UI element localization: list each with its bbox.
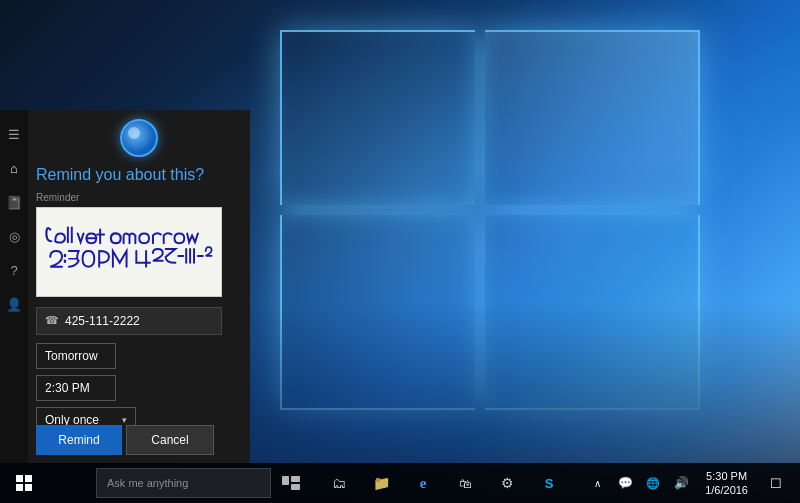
svg-rect-4 [25, 484, 32, 491]
reminder-label: Reminder [36, 192, 222, 203]
phone-number: 425-111-2222 [65, 314, 140, 328]
date-field[interactable]: Tomorrow [36, 343, 116, 369]
home-icon[interactable]: ⌂ [0, 152, 28, 184]
notebook-icon[interactable]: 📓 [0, 186, 28, 218]
task-view-button[interactable] [271, 463, 311, 503]
svg-rect-6 [291, 476, 300, 482]
chevron-down-icon: ▾ [122, 415, 127, 425]
network-tray-icon[interactable]: 🌐 [641, 463, 665, 503]
system-clock[interactable]: 5:30 PM 1/6/2016 [697, 469, 756, 498]
svg-rect-3 [16, 484, 23, 491]
svg-rect-7 [291, 484, 300, 490]
task-manager-taskbar-icon[interactable]: 🗂 [319, 463, 359, 503]
cortana-header [0, 110, 250, 165]
location-icon[interactable]: ◎ [0, 220, 28, 252]
skype-taskbar-icon[interactable]: S [529, 463, 569, 503]
clock-time: 5:30 PM [706, 469, 747, 483]
cortana-sidebar: ☰ ⌂ 📓 ◎ ? 👤 [0, 110, 28, 463]
repeat-value: Only once [45, 413, 99, 425]
svg-rect-5 [282, 476, 289, 485]
time-value: 2:30 PM [45, 381, 90, 395]
svg-rect-2 [25, 475, 32, 482]
settings-taskbar-icon[interactable]: ⚙ [487, 463, 527, 503]
svg-rect-1 [16, 475, 23, 482]
comment-tray-icon[interactable]: 💬 [613, 463, 637, 503]
repeat-dropdown[interactable]: Only once ▾ [36, 407, 136, 425]
cortana-content: Remind you about this? Reminder [0, 165, 250, 425]
cancel-button[interactable]: Cancel [126, 425, 214, 455]
profile-icon[interactable]: 👤 [0, 288, 28, 320]
taskbar: Ask me anything 🗂 📁 e 🛍 ⚙ S ∧ 💬 🌐 🔊 5:30… [0, 463, 800, 503]
help-icon[interactable]: ? [0, 254, 28, 286]
note-image [36, 207, 222, 297]
win-pane-topleft [280, 30, 475, 205]
handwriting-svg [37, 208, 221, 296]
action-center-button[interactable]: ☐ [760, 463, 792, 503]
date-value: Tomorrow [45, 349, 98, 363]
win-pane-topright [485, 30, 700, 205]
start-button[interactable] [0, 463, 48, 503]
volume-tray-icon[interactable]: 🔊 [669, 463, 693, 503]
search-placeholder: Ask me anything [107, 477, 188, 489]
windows-logo-icon [16, 475, 32, 491]
store-taskbar-icon[interactable]: 🛍 [445, 463, 485, 503]
system-tray: ∧ 💬 🌐 🔊 5:30 PM 1/6/2016 ☐ [585, 463, 800, 503]
search-box[interactable]: Ask me anything [96, 468, 271, 498]
remind-title: Remind you about this? [36, 165, 222, 186]
svg-rect-0 [39, 208, 220, 296]
cortana-panel: Remind you about this? Reminder [0, 110, 250, 463]
taskbar-apps: 🗂 📁 e 🛍 ⚙ S [319, 463, 569, 503]
phone-icon: ☎ [45, 314, 59, 327]
time-field[interactable]: 2:30 PM [36, 375, 116, 401]
task-view-icon [282, 476, 300, 490]
cortana-avatar [120, 119, 158, 157]
phone-field[interactable]: ☎ 425-111-2222 [36, 307, 222, 335]
hamburger-menu-icon[interactable]: ☰ [0, 118, 28, 150]
file-explorer-taskbar-icon[interactable]: 📁 [361, 463, 401, 503]
clock-date: 1/6/2016 [705, 483, 748, 497]
show-hidden-tray-icon[interactable]: ∧ [585, 463, 609, 503]
action-buttons: Remind Cancel [0, 425, 250, 463]
remind-button[interactable]: Remind [36, 425, 122, 455]
edge-taskbar-icon[interactable]: e [403, 463, 443, 503]
